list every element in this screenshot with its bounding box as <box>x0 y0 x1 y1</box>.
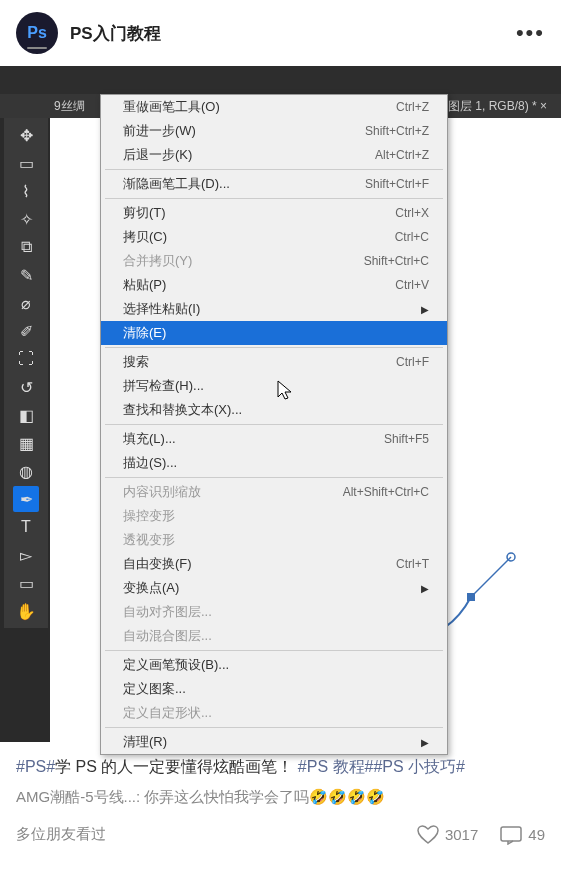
menu-item[interactable]: 拷贝(C)Ctrl+C <box>101 225 447 249</box>
menu-item[interactable]: 重做画笔工具(O)Ctrl+Z <box>101 95 447 119</box>
marquee-tool-icon[interactable]: ▭ <box>13 150 39 176</box>
menu-item-label: 前进一步(W) <box>123 122 365 140</box>
menu-item-label: 查找和替换文本(X)... <box>123 401 429 419</box>
eraser-tool-icon[interactable]: ◧ <box>13 402 39 428</box>
menu-item[interactable]: 定义画笔预设(B)... <box>101 653 447 677</box>
caption-text: 学 PS 的人一定要懂得炫酷画笔！ <box>55 758 293 775</box>
menu-item[interactable]: 查找和替换文本(X)... <box>101 398 447 422</box>
menu-item-label: 定义自定形状... <box>123 704 429 722</box>
menu-item-label: 填充(L)... <box>123 430 384 448</box>
menu-item[interactable]: 清除(E) <box>101 321 447 345</box>
comment-button[interactable]: 49 <box>500 825 545 845</box>
menu-item-label: 自动对齐图层... <box>123 603 429 621</box>
edit-menu-dropdown: 重做画笔工具(O)Ctrl+Z前进一步(W)Shift+Ctrl+Z后退一步(K… <box>100 94 448 755</box>
menu-item[interactable]: 剪切(T)Ctrl+X <box>101 201 447 225</box>
menu-item-label: 定义画笔预设(B)... <box>123 656 429 674</box>
menu-item-label: 清理(R) <box>123 733 421 751</box>
like-button[interactable]: 3017 <box>417 825 478 845</box>
heart-icon <box>417 825 439 845</box>
menu-item-label: 重做画笔工具(O) <box>123 98 396 116</box>
menu-item[interactable]: 搜索Ctrl+F <box>101 350 447 374</box>
menu-item: 自动对齐图层... <box>101 600 447 624</box>
menu-item[interactable]: 定义图案... <box>101 677 447 701</box>
hashtag[interactable]: #PS 小技巧# <box>373 758 465 775</box>
menu-shortcut: Ctrl+X <box>395 206 429 220</box>
photoshop-screenshot: 9丝绸 -2 @ 91% (图层 1, RGB/8) * × ✥ ▭ ⌇ ✧ ⧉… <box>0 66 561 742</box>
menu-item-label: 粘贴(P) <box>123 276 395 294</box>
heal-tool-icon[interactable]: ⌀ <box>13 290 39 316</box>
menu-item: 定义自定形状... <box>101 701 447 725</box>
history-brush-icon[interactable]: ↺ <box>13 374 39 400</box>
wand-tool-icon[interactable]: ✧ <box>13 206 39 232</box>
hashtag[interactable]: #PS# <box>16 758 55 775</box>
comment-count: 49 <box>528 826 545 843</box>
post-footer: 多位朋友看过 3017 49 <box>0 817 561 853</box>
submenu-arrow-icon: ▶ <box>421 304 429 315</box>
menu-shortcut: Ctrl+V <box>395 278 429 292</box>
blur-tool-icon[interactable]: ◍ <box>13 458 39 484</box>
pen-tool-icon[interactable]: ✒ <box>13 486 39 512</box>
path-select-icon[interactable]: ▻ <box>13 542 39 568</box>
menu-item: 自动混合图层... <box>101 624 447 648</box>
top-comment[interactable]: AMG潮酷-5号线...: 你弄这么快怕我学会了吗🤣🤣🤣🤣 <box>0 786 561 817</box>
menu-item[interactable]: 粘贴(P)Ctrl+V <box>101 273 447 297</box>
menu-item: 合并拷贝(Y)Shift+Ctrl+C <box>101 249 447 273</box>
menu-item-label: 后退一步(K) <box>123 146 375 164</box>
hand-tool-icon[interactable]: ✋ <box>13 598 39 624</box>
menu-separator <box>105 198 443 199</box>
menu-shortcut: Ctrl+Z <box>396 100 429 114</box>
shape-tool-icon[interactable]: ▭ <box>13 570 39 596</box>
menu-item-label: 搜索 <box>123 353 396 371</box>
submenu-arrow-icon: ▶ <box>421 737 429 748</box>
menu-shortcut: Ctrl+F <box>396 355 429 369</box>
menu-item[interactable]: 自由变换(F)Ctrl+T <box>101 552 447 576</box>
menu-item[interactable]: 拼写检查(H)... <box>101 374 447 398</box>
avatar[interactable]: Ps <box>16 12 58 54</box>
menu-item-label: 渐隐画笔工具(D)... <box>123 175 365 193</box>
more-icon[interactable]: ••• <box>516 20 545 46</box>
menu-item[interactable]: 渐隐画笔工具(D)...Shift+Ctrl+F <box>101 172 447 196</box>
menu-item-label: 操控变形 <box>123 507 429 525</box>
menu-separator <box>105 169 443 170</box>
comment-emojis: 🤣🤣🤣🤣 <box>309 788 385 805</box>
menu-item-label: 定义图案... <box>123 680 429 698</box>
menu-shortcut: Ctrl+C <box>395 230 429 244</box>
menu-separator <box>105 727 443 728</box>
menu-item[interactable]: 描边(S)... <box>101 451 447 475</box>
menu-item-label: 自由变换(F) <box>123 555 396 573</box>
eyedropper-tool-icon[interactable]: ✎ <box>13 262 39 288</box>
menu-shortcut: Alt+Ctrl+Z <box>375 148 429 162</box>
menu-item: 透视变形 <box>101 528 447 552</box>
like-count: 3017 <box>445 826 478 843</box>
menu-shortcut: Shift+Ctrl+C <box>364 254 429 268</box>
type-tool-icon[interactable]: T <box>13 514 39 540</box>
menu-item[interactable]: 变换点(A)▶ <box>101 576 447 600</box>
menu-item[interactable]: 后退一步(K)Alt+Ctrl+Z <box>101 143 447 167</box>
menu-item[interactable]: 清理(R)▶ <box>101 730 447 754</box>
lasso-tool-icon[interactable]: ⌇ <box>13 178 39 204</box>
move-tool-icon[interactable]: ✥ <box>13 122 39 148</box>
svg-line-3 <box>471 557 511 597</box>
menu-item-label: 透视变形 <box>123 531 429 549</box>
brush-tool-icon[interactable]: ✐ <box>13 318 39 344</box>
ps-toolbox: ✥ ▭ ⌇ ✧ ⧉ ✎ ⌀ ✐ ⛶ ↺ ◧ ▦ ◍ ✒ T ▻ ▭ ✋ <box>4 118 48 628</box>
author-name[interactable]: PS入门教程 <box>70 22 161 45</box>
gradient-tool-icon[interactable]: ▦ <box>13 430 39 456</box>
menu-item[interactable]: 选择性粘贴(I)▶ <box>101 297 447 321</box>
seen-by-text: 多位朋友看过 <box>16 825 106 844</box>
hashtag[interactable]: #PS 教程# <box>298 758 374 775</box>
crop-tool-icon[interactable]: ⧉ <box>13 234 39 260</box>
ps-tab-left: 9丝绸 <box>54 98 85 115</box>
menu-shortcut: Shift+Ctrl+Z <box>365 124 429 138</box>
menu-item[interactable]: 填充(L)...Shift+F5 <box>101 427 447 451</box>
menu-item: 操控变形 <box>101 504 447 528</box>
post-stats: 3017 49 <box>417 825 545 845</box>
menu-item-label: 描边(S)... <box>123 454 429 472</box>
menu-shortcut: Alt+Shift+Ctrl+C <box>343 485 429 499</box>
menu-item-label: 合并拷贝(Y) <box>123 252 364 270</box>
stamp-tool-icon[interactable]: ⛶ <box>13 346 39 372</box>
menu-item[interactable]: 前进一步(W)Shift+Ctrl+Z <box>101 119 447 143</box>
menu-separator <box>105 347 443 348</box>
menu-item-label: 内容识别缩放 <box>123 483 343 501</box>
menu-item-label: 拷贝(C) <box>123 228 395 246</box>
